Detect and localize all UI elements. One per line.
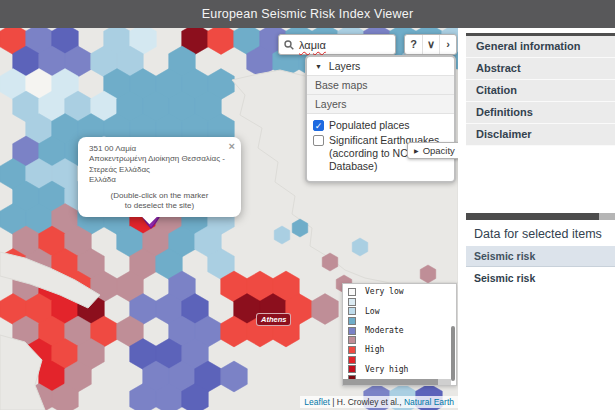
site-popup: × 351 00 Λαμία Αποκεντρωμένη Διοίκηση Θε… bbox=[78, 137, 241, 217]
legend-row bbox=[348, 335, 451, 345]
sidebar-accordion: General informationAbstractCitationDefin… bbox=[466, 33, 615, 146]
app-root: European Seismic Risk Index Viewer λαμια… bbox=[0, 0, 615, 410]
legend-horizontal-scrollbar[interactable] bbox=[343, 379, 451, 385]
legend-row: Very low bbox=[348, 287, 451, 297]
chevron-right-button[interactable]: › bbox=[439, 35, 456, 54]
attribution-text: | H. Crowley et al., bbox=[330, 397, 404, 407]
tab-seismic-risk[interactable]: Seismic risk bbox=[466, 246, 615, 267]
sidebar-horizontal-scrollbar[interactable] bbox=[466, 213, 615, 220]
legend-row: High bbox=[348, 345, 451, 355]
legend-swatch bbox=[348, 365, 356, 373]
legend-row: Moderate bbox=[348, 326, 451, 336]
legend-swatch bbox=[348, 288, 356, 296]
data-section-title: Data for selected items bbox=[466, 227, 615, 241]
legend-swatch bbox=[348, 307, 356, 315]
layers-panel-title: Layers bbox=[329, 60, 361, 72]
city-label-athens: Athens bbox=[256, 313, 291, 326]
layers-panel: ▼ Layers Base maps Layers ✓Populated pla… bbox=[305, 55, 456, 183]
legend-row bbox=[348, 297, 451, 307]
section-layers[interactable]: Layers bbox=[307, 95, 454, 114]
expand-triangle-icon: ▶ bbox=[414, 147, 419, 154]
layer-checkbox-populated-places[interactable]: ✓Populated places bbox=[313, 119, 448, 132]
chevron-down-button[interactable]: ∨ bbox=[422, 35, 439, 54]
checkbox-checked-icon[interactable]: ✓ bbox=[313, 120, 324, 131]
checkbox-label: Populated places bbox=[329, 119, 410, 132]
leaflet-link[interactable]: Leaflet bbox=[304, 397, 330, 407]
opacity-button[interactable]: ▶ Opacity bbox=[407, 142, 458, 159]
risk-legend: Very lowLowModerateHighVery high bbox=[342, 283, 457, 386]
search-input[interactable]: λαμια bbox=[299, 39, 326, 51]
map-attribution: Leaflet | H. Crowley et al., Natural Ear… bbox=[300, 396, 458, 408]
collapse-triangle-icon: ▼ bbox=[315, 63, 322, 70]
legend-swatch bbox=[348, 346, 356, 354]
legend-swatch bbox=[348, 317, 356, 325]
opacity-button-label: Opacity bbox=[423, 145, 455, 156]
section-base-maps[interactable]: Base maps bbox=[307, 75, 454, 95]
app-header: European Seismic Risk Index Viewer bbox=[0, 0, 615, 28]
popup-hint-line1: (Double-click on the marker bbox=[89, 191, 230, 201]
sidebar-item-definitions[interactable]: Definitions bbox=[466, 102, 615, 124]
popup-close-icon[interactable]: × bbox=[229, 139, 235, 153]
legend-swatch bbox=[348, 356, 356, 364]
popup-country: Ελλάδα bbox=[89, 175, 230, 185]
legend-label: Low bbox=[365, 307, 379, 316]
legend-swatch bbox=[348, 298, 356, 306]
popup-admin-region: Αποκεντρωμένη Διοίκηση Θεσσαλίας - Στερε… bbox=[89, 154, 230, 175]
page-title: European Seismic Risk Index Viewer bbox=[202, 7, 414, 21]
search-box[interactable]: λαμια bbox=[278, 34, 396, 55]
popup-postcode-city: 351 00 Λαμία bbox=[89, 144, 230, 154]
seismic-risk-row: Seismic risk bbox=[466, 268, 615, 288]
search-icon bbox=[284, 40, 294, 50]
sidebar-item-abstract[interactable]: Abstract bbox=[466, 58, 615, 80]
legend-row: Very high bbox=[348, 365, 451, 375]
legend-row bbox=[348, 316, 451, 326]
sidebar-item-general-information[interactable]: General information bbox=[466, 36, 615, 58]
sidebar-item-citation[interactable]: Citation bbox=[466, 80, 615, 102]
legend-label: Very high bbox=[365, 365, 408, 374]
sidebar-item-disclaimer[interactable]: Disclaimer bbox=[466, 124, 615, 146]
legend-label: Very low bbox=[365, 287, 404, 296]
search-button-group: ? ∨ › bbox=[404, 34, 457, 55]
legend-label: High bbox=[365, 345, 384, 354]
legend-row: Low bbox=[348, 306, 451, 316]
layers-panel-header[interactable]: ▼ Layers bbox=[307, 57, 454, 75]
legend-rows: Very lowLowModerateHighVery high bbox=[348, 287, 451, 384]
popup-hint-line2: to deselect the site) bbox=[89, 201, 230, 211]
natural-earth-link[interactable]: Natural Earth bbox=[404, 397, 454, 407]
help-button[interactable]: ? bbox=[405, 35, 422, 54]
legend-label: Moderate bbox=[365, 326, 404, 335]
legend-row bbox=[348, 355, 451, 365]
legend-swatch bbox=[348, 327, 356, 335]
legend-vertical-scrollbar[interactable] bbox=[451, 326, 455, 381]
map-container[interactable]: λαμια ? ∨ › ▼ Layers Base maps Layers ✓P… bbox=[0, 28, 458, 410]
checkbox-unchecked-icon[interactable]: ✓ bbox=[313, 135, 324, 146]
legend-swatch bbox=[348, 336, 356, 344]
sidebar: General informationAbstractCitationDefin… bbox=[466, 33, 615, 410]
